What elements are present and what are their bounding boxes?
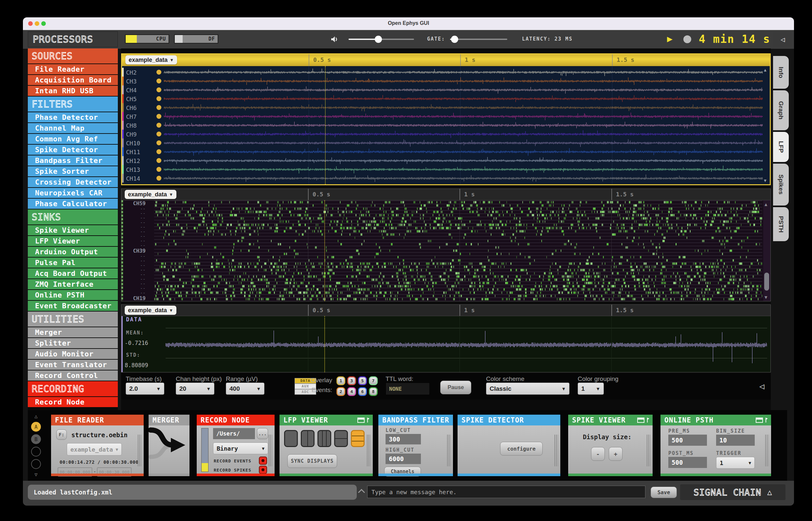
open-in-window-icon[interactable] [637,417,645,423]
lfp-trace-canvas[interactable] [164,156,763,165]
merger-editor[interactable]: MERGER [148,414,190,476]
sidebar-item-lfp-viewer[interactable]: LFP Viewer [28,236,118,246]
chain-slot-button[interactable] [31,459,41,469]
lfp-channel-row-ch7[interactable]: CH7 [122,112,770,121]
lfp-channel-row-ch12[interactable]: CH12 [122,156,770,165]
spike-detector-header[interactable]: SPIKE DETECTOR [457,415,560,426]
editor-drag-handle[interactable] [138,435,141,466]
scroll-down-icon[interactable]: ▼ [764,178,767,183]
gate-slider[interactable] [450,39,507,40]
spike-detector-editor[interactable]: SPIKE DETECTOR configure [457,414,561,476]
channel-enable-dot[interactable] [156,114,161,119]
lfp-channel-row-ch2[interactable]: CH2 [122,68,770,76]
tab-spikes[interactable]: Spikes [773,164,789,205]
overlay-event-button-1[interactable]: 1 [336,376,345,385]
channel-enable-dot[interactable] [156,78,161,84]
record-node-header[interactable]: RECORD NODE [197,415,275,426]
sidebar-item-pulse-pal[interactable]: Pulse Pal [28,257,118,268]
lfp-trace-canvas[interactable] [164,139,763,147]
color-grouping-select[interactable]: 1 ▼ [578,383,604,395]
raster-scrollbar[interactable]: ▲ ▼ [763,200,770,301]
pause-button[interactable]: Pause [440,381,471,394]
sidebar-item-spike-detector[interactable]: Spike Detector [28,145,118,155]
channel-enable-dot[interactable] [156,96,161,101]
browse-button[interactable]: ... [257,428,268,439]
lfp-channel-row-ch5[interactable]: CH5 [122,94,770,103]
sidebar-item-record-control[interactable]: Record Control [28,370,118,381]
lfp-trace-canvas[interactable] [164,112,763,120]
sidebar-item-splitter[interactable]: Splitter [28,338,118,348]
display-size-plus-button[interactable]: + [609,447,623,461]
scroll-up-icon[interactable]: ▲ [764,67,767,72]
sidebar-item-intan-rhd-usb[interactable]: Intan RHD USB [28,86,118,96]
volume-slider-knob[interactable] [375,36,382,43]
lfp-trace-canvas[interactable] [164,121,763,129]
lfp-trace-canvas[interactable] [164,104,763,112]
trigger-dropdown[interactable]: 1 ▼ [716,457,755,469]
save-button[interactable]: Save [651,486,677,498]
lfp-channel-row-ch6[interactable]: CH6 [122,103,770,112]
sidebar-item-channel-map[interactable]: Channel Map [28,123,118,133]
data-trace-canvas[interactable] [165,317,767,372]
layout-three-row-button[interactable] [351,430,365,447]
channel-enable-dot[interactable] [156,105,161,110]
display-size-minus-button[interactable]: - [591,447,605,461]
sidebar-item-merger[interactable]: Merger [28,327,118,337]
editor-drag-handle[interactable] [447,435,451,466]
channel-enable-dot[interactable] [156,140,161,145]
sidebar-item-arduino-output[interactable]: Arduino Output [28,247,118,257]
lfp-trace-canvas[interactable] [164,77,763,85]
layout-two-col-button[interactable] [301,430,315,447]
play-button[interactable]: ▶ [667,33,673,45]
range-select[interactable]: 400 ▼ [226,383,265,395]
gate-slider-knob[interactable] [451,36,458,43]
editor-drag-handle[interactable] [647,435,650,466]
open-in-window-icon[interactable] [357,417,365,423]
chain-down-icon[interactable]: ▽ [35,472,37,477]
sidebar-item-crossing-detector[interactable]: Crossing Detector [28,177,118,187]
layout-two-row-button[interactable] [334,430,348,447]
scrollbar-thumb[interactable] [764,273,769,291]
channel-enable-dot[interactable] [156,176,161,181]
tab-psth[interactable]: PSTH [773,207,789,241]
message-input[interactable] [367,486,646,498]
sidebar-item-record-node[interactable]: Record Node [28,397,118,407]
channel-enable-dot[interactable] [156,167,161,172]
lfp-trace-canvas[interactable] [164,148,763,156]
record-engine-dropdown[interactable]: Binary ▼ [213,443,268,454]
overlay-event-button-4[interactable]: 4 [347,387,356,396]
channel-enable-dot[interactable] [156,70,161,75]
channel-enable-dot[interactable] [156,87,161,92]
sidebar-item-event-translator[interactable]: Event Translator [28,360,118,370]
lfp-channel-row-ch13[interactable]: CH13 [122,165,770,174]
sidebar-item-phase-calculator[interactable]: Phase Calculator [28,199,118,209]
file-select-button[interactable]: F: [56,429,67,440]
controls-collapse-icon[interactable]: ◁ [759,381,765,391]
lfp-trace-area[interactable]: CH2CH3CH4CH5CH6CH7CH8CH9CH10CH11CH12CH13… [122,66,770,184]
sidebar-item-online-psth[interactable]: Online PSTH [28,290,118,300]
chain-a-button[interactable]: A [31,422,41,432]
record-path-field[interactable]: /Users/ [213,428,255,439]
editor-drag-handle[interactable] [555,435,558,466]
overlay-event-button-3[interactable]: 3 [347,376,356,385]
sidebar-item-common-avg-ref[interactable]: Common Avg Ref [28,134,118,144]
record-button[interactable] [683,35,691,43]
layout-single-button[interactable] [284,430,298,447]
chan-height-select[interactable]: 20 ▼ [176,383,215,395]
timebase-select[interactable]: 2.0 ▼ [126,383,164,395]
tabs-collapse-button[interactable]: ◁ [773,31,792,47]
pre-ms-field[interactable]: 500 [668,435,707,446]
open-in-window-icon[interactable] [756,417,763,423]
editor-drag-handle[interactable] [269,435,272,466]
channel-enable-dot[interactable] [156,149,161,154]
chain-b-button[interactable]: B [31,434,41,444]
record-events-toggle[interactable] [259,456,267,465]
lfp-channel-row-ch8[interactable]: CH8 [122,121,770,130]
file-stream-dropdown[interactable]: example_data ▼ [67,443,122,456]
bandpass-header[interactable]: BANDPASS FILTER [378,415,453,426]
scroll-up-icon[interactable]: ▲ [765,202,767,207]
editor-drag-handle[interactable] [367,435,370,466]
tab-info[interactable]: Info [773,56,789,89]
high-cut-field[interactable]: 6000 [386,454,421,464]
lfp-channel-row-ch4[interactable]: CH4 [122,85,770,94]
